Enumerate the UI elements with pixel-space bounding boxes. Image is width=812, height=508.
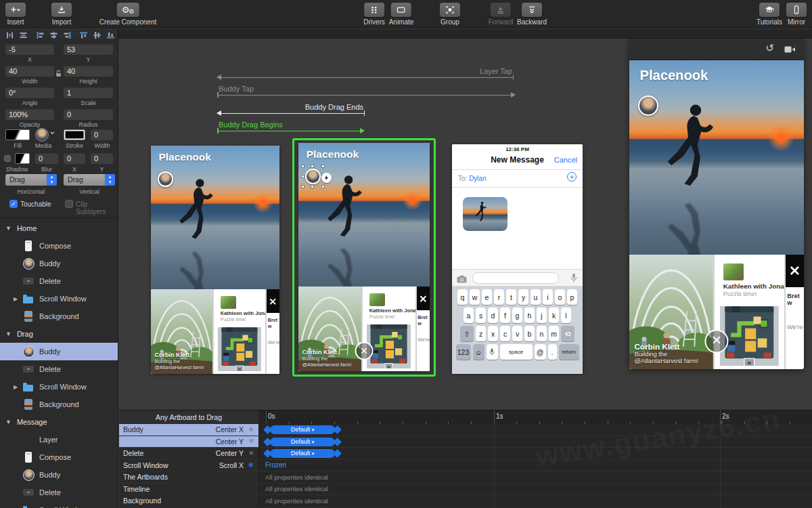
bret-card[interactable]: Bret w We're (267, 289, 279, 374)
transition-arrow-layer-tap[interactable]: Layer Tap (217, 69, 514, 78)
key-t[interactable]: t (506, 289, 516, 305)
key-i[interactable]: i (543, 289, 553, 305)
expand-icon[interactable]: ▶ (14, 296, 23, 302)
key-k[interactable]: k (549, 308, 559, 323)
height-field[interactable]: 40 (64, 66, 113, 77)
layer-item-delete[interactable]: Delete (0, 360, 118, 378)
keyframe-pill[interactable]: Default ▾ (265, 449, 340, 458)
timeline-row-header[interactable]: Timeline (119, 484, 259, 495)
stroke-width-field[interactable]: 0 (91, 129, 113, 140)
new-message-screen[interactable]: 12:36 PM New Message Cancel To: Dylan + (452, 144, 583, 374)
key-s[interactable]: s (476, 308, 486, 323)
layer-item-delete[interactable]: Delete (0, 272, 118, 290)
camera-icon[interactable] (457, 274, 467, 286)
placenook-screen[interactable]: Placenook (629, 60, 804, 369)
key-l[interactable]: l (561, 308, 571, 323)
dictation-key-icon[interactable] (487, 344, 498, 360)
scroll-window-cards[interactable]: Corbin Klett Building the @AtlantaHarves… (151, 289, 279, 374)
radius-field[interactable]: 0 (64, 109, 113, 120)
key-w[interactable]: w (470, 289, 480, 305)
record-video-icon[interactable] (784, 44, 796, 56)
shift-key[interactable]: ⇧ (460, 326, 474, 341)
time-ruler[interactable]: 0s1s2s (260, 410, 812, 424)
layer-item-scroll-window[interactable]: ▶Scroll Window (0, 290, 118, 308)
period-key[interactable]: . (548, 344, 557, 360)
layer-item-buddy[interactable]: Buddy (0, 343, 118, 360)
attached-photo[interactable] (463, 197, 508, 231)
x-field[interactable]: -5 (5, 44, 54, 55)
key-g[interactable]: g (512, 308, 522, 323)
key-m[interactable]: m (549, 326, 559, 341)
layer-section-message[interactable]: ▼Message (0, 413, 118, 431)
key-o[interactable]: o (555, 289, 565, 305)
key-f[interactable]: f (500, 308, 510, 323)
pill-label[interactable]: Default ▾ (270, 438, 335, 446)
undo-icon[interactable]: ↺ (765, 42, 774, 54)
timeline-row[interactable]: BuddyCenter X❄Default ▾ (119, 424, 812, 436)
layer-item-compose[interactable]: Compose (0, 448, 118, 466)
key-z[interactable]: z (476, 326, 486, 341)
layer-item-scroll-window[interactable]: ▶Scroll Window (0, 378, 118, 396)
align-bottom-icon[interactable] (106, 30, 115, 42)
transition-arrow-buddy-drag-ends[interactable]: Buddy Drag Ends (217, 105, 365, 114)
key-c[interactable]: c (500, 326, 510, 341)
shadow-blur-field[interactable]: 0 (35, 153, 58, 164)
bret-card[interactable]: Bret w We're (417, 287, 430, 371)
timeline-row-header[interactable]: The Artboards (119, 471, 259, 483)
keyframe-diamond-icon[interactable] (333, 449, 342, 458)
insert-button[interactable]: Insert (5, 3, 26, 26)
layer-item-buddy[interactable]: Buddy (0, 466, 118, 484)
distribute-vertical-icon[interactable] (19, 30, 28, 42)
layer-item-scroll-window[interactable]: ▶Scroll Window (0, 501, 118, 508)
message-text-input[interactable] (472, 272, 559, 284)
shadow-checkbox[interactable] (4, 155, 11, 162)
align-left-icon[interactable] (36, 30, 45, 42)
drag-vertical-dropdown[interactable]: Drag▲▼ (64, 174, 115, 186)
create-component-button[interactable]: ⚙⚙ Create Component (99, 3, 157, 26)
key-d[interactable]: d (488, 308, 498, 323)
timeline-row-header[interactable]: Scroll WindowScroll X❄ (119, 460, 259, 471)
section-disclosure-icon[interactable]: ▼ (5, 225, 12, 232)
fill-swatch[interactable] (5, 129, 30, 140)
tutorials-button[interactable]: Tutorials (757, 3, 782, 26)
placenook-screen[interactable]: Placenook (298, 143, 430, 371)
keyframe-pill[interactable]: Default ▾ (265, 438, 340, 446)
media-thumbnail[interactable] (35, 128, 49, 142)
numbers-key[interactable]: 123 (456, 344, 471, 360)
timeline-row-header[interactable]: Center Y❄ (119, 436, 259, 448)
shadow-x-field[interactable]: 0 (64, 153, 85, 164)
key-q[interactable]: q (457, 289, 468, 305)
opacity-field[interactable]: 100% (5, 109, 54, 120)
return-key[interactable]: return (559, 344, 579, 360)
preview-body[interactable]: Placenook (629, 60, 804, 369)
layer-item-background[interactable]: Background (0, 396, 118, 413)
corbin-card[interactable]: Corbin Klett Building the @AtlantaHarves… (151, 289, 212, 374)
expand-icon[interactable]: ▶ (14, 384, 23, 390)
key-j[interactable]: j (537, 308, 547, 323)
drag-horizontal-dropdown[interactable]: Drag▲▼ (5, 174, 57, 186)
key-b[interactable]: b (524, 326, 535, 341)
buddy-avatar[interactable] (158, 171, 173, 187)
buddy-avatar[interactable] (305, 169, 321, 184)
key-h[interactable]: h (524, 308, 535, 323)
at-key[interactable]: @ (535, 344, 546, 360)
to-field[interactable]: To: Dylan (458, 175, 487, 182)
microphone-icon[interactable] (570, 273, 577, 286)
corbin-card[interactable]: Corbin Klett Building the @AtlantaHarves… (298, 287, 361, 371)
bret-card[interactable]: Bret w We're (786, 255, 804, 369)
timeline-title[interactable]: Any Artboard to Drag (119, 410, 259, 424)
scale-field[interactable]: 1 (64, 87, 113, 98)
timeline-row[interactable]: Scroll WindowScroll X❄Frozen (119, 460, 812, 472)
cancel-button[interactable]: Cancel (554, 156, 577, 164)
align-right-icon[interactable] (63, 30, 72, 42)
layer-section-drag[interactable]: ▼Drag (0, 325, 118, 343)
delete-drop-target[interactable]: × (704, 329, 728, 353)
import-button[interactable]: Import (51, 3, 72, 26)
kathleen-card[interactable]: Kathleen with Jonathan Puzzle time! (214, 289, 265, 374)
artboard-message[interactable]: 12:36 PM New Message Cancel To: Dylan + (452, 144, 583, 374)
layer-item-buddy[interactable]: Buddy (0, 255, 118, 272)
corbin-card[interactable]: Corbin Klett Building the @AtlantaHarves… (629, 255, 713, 369)
timeline-row[interactable]: TimelineAll properties identical (119, 484, 812, 496)
shadow-swatch[interactable] (15, 153, 30, 164)
key-p[interactable]: p (567, 289, 577, 305)
